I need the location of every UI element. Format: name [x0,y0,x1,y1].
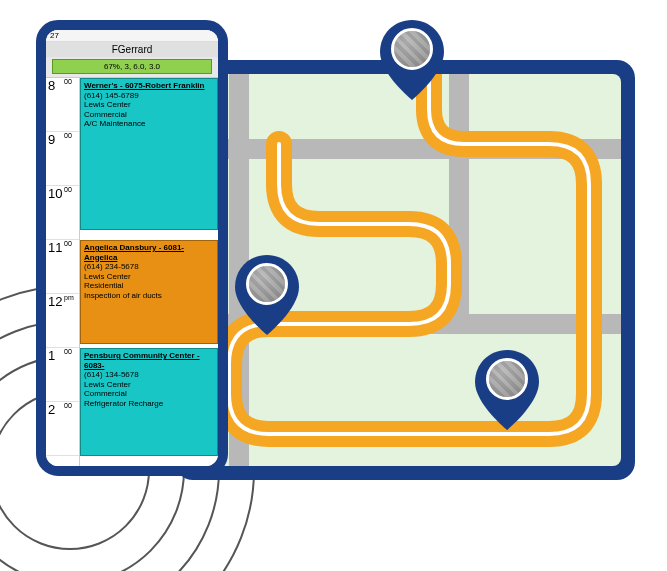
appointment-block[interactable]: Pensburg Community Center - 6083-(614) 1… [80,348,218,456]
schedule-body: 8009001000110012pm100200 Werner's - 6075… [46,78,218,466]
appointment-loc: Lewis Center [84,380,214,390]
time-suffix: 00 [64,402,72,409]
time-slot: 200 [46,402,79,456]
schedule-date: 27 [46,30,218,42]
location-pin-3[interactable] [475,350,539,430]
time-slot: 800 [46,78,79,132]
appointment-title: Pensburg Community Center - 6083- [84,351,214,370]
appointment-desc: A/C Maintenance [84,119,214,129]
appointment-loc: Lewis Center [84,272,214,282]
time-hour: 1 [48,348,55,363]
appointment-desc: Inspection of air ducts [84,291,214,301]
pin-photo [391,28,433,70]
schedule-panel: 27 FGerrard 67%, 3, 6.0, 3.0 80090010001… [36,20,228,476]
time-hour: 10 [48,186,62,201]
appointment-block[interactable]: Angelica Dansbury - 6081-Angelica(614) 2… [80,240,218,344]
appointment-phone: (614) 234-5678 [84,262,214,272]
appointment-title: Werner's - 6075-Robert Franklin [84,81,214,91]
location-pin-2[interactable] [235,255,299,335]
time-suffix: 00 [64,240,72,247]
time-slot: 12pm [46,294,79,348]
time-hour: 8 [48,78,55,93]
appointment-type: Commercial [84,110,214,120]
pin-photo [486,358,528,400]
tech-name: FGerrard [46,42,218,57]
time-suffix: pm [64,294,74,301]
time-hour: 12 [48,294,62,309]
appointment-block[interactable]: Werner's - 6075-Robert Franklin(614) 145… [80,78,218,230]
time-gutter: 8009001000110012pm100200 [46,78,80,466]
time-slot: 900 [46,132,79,186]
time-slot: 1100 [46,240,79,294]
pin-photo [246,263,288,305]
appointment-phone: (614) 145-6789 [84,91,214,101]
time-hour: 11 [48,240,62,255]
time-slot: 1000 [46,186,79,240]
road [449,74,469,324]
appointment-loc: Lewis Center [84,100,214,110]
appointment-phone: (614) 134-5678 [84,370,214,380]
time-suffix: 00 [64,348,72,355]
road [189,139,621,159]
location-pin-1[interactable] [380,20,444,100]
appointment-type: Residential [84,281,214,291]
map-card [175,60,635,480]
appointment-column: Werner's - 6075-Robert Franklin(614) 145… [80,78,218,466]
time-slot: 100 [46,348,79,402]
stats-bar: 67%, 3, 6.0, 3.0 [52,59,212,74]
time-suffix: 00 [64,78,72,85]
time-hour: 2 [48,402,55,417]
appointment-desc: Refrigerator Recharge [84,399,214,409]
time-suffix: 00 [64,132,72,139]
appointment-type: Commercial [84,389,214,399]
time-hour: 9 [48,132,55,147]
appointment-title: Angelica Dansbury - 6081-Angelica [84,243,214,262]
time-suffix: 00 [64,186,72,193]
schedule-header: 27 FGerrard 67%, 3, 6.0, 3.0 [46,30,218,78]
